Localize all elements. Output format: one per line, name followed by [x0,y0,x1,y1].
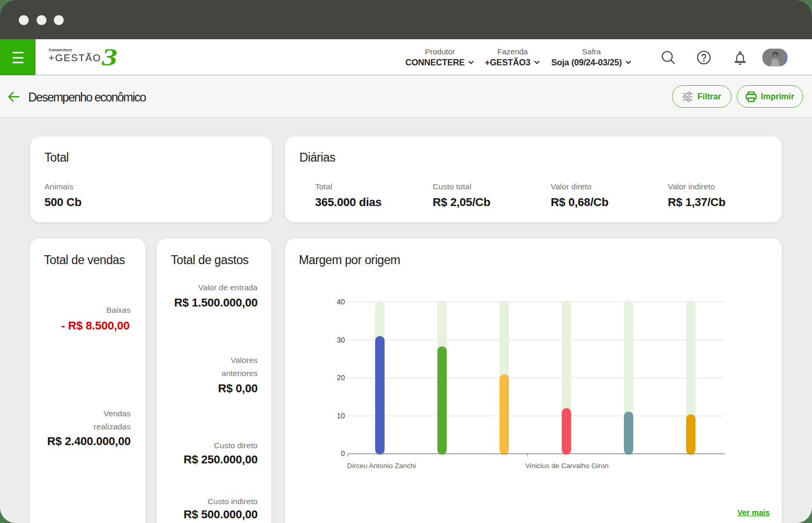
svg-text:Vinicius de Carvalho Giron: Vinicius de Carvalho Giron [525,462,609,470]
svg-text:0: 0 [341,449,345,458]
svg-text:40: 40 [337,298,345,306]
svg-text:20: 20 [337,373,345,382]
svg-text:Dirceu Antonio Zanchi: Dirceu Antonio Zanchi [347,462,416,470]
svg-text:30: 30 [337,336,345,344]
svg-text:10: 10 [337,412,345,420]
